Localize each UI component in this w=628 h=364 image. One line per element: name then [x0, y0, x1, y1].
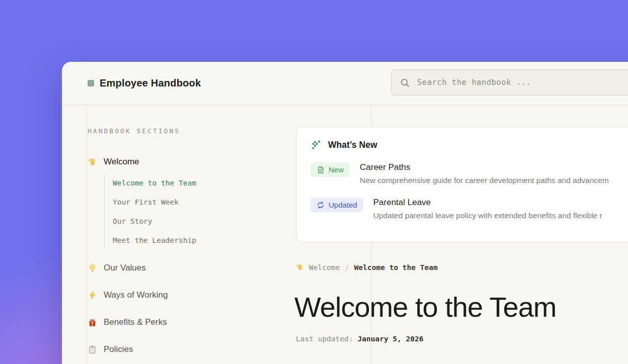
badge-label: New — [329, 165, 344, 174]
last-updated-label: Last updated: — [296, 335, 353, 343]
document-icon — [317, 166, 325, 174]
whats-new-card: What’s New New Career Paths New comprehe… — [296, 127, 628, 242]
item-description: Updated parental leave policy with exten… — [373, 211, 602, 220]
sparkles-icon — [310, 139, 322, 150]
sidebar-subitem-our-story[interactable]: Our Story — [113, 216, 152, 226]
page-title: Welcome to the Team — [294, 291, 557, 323]
breadcrumb-separator: / — [345, 263, 349, 271]
app-title: Employee Handbook — [100, 77, 201, 89]
app-header: Employee Handbook — [62, 62, 628, 105]
app-window: Employee Handbook HANDBOOK SECTIONS — [62, 62, 628, 364]
sidebar-subsection-rule — [104, 174, 105, 247]
sidebar-item-label: Our Values — [104, 263, 146, 273]
whats-new-title: What’s New — [328, 140, 377, 150]
item-title: Parental Leave — [373, 198, 602, 208]
wave-hand-icon — [88, 157, 97, 167]
refresh-icon — [317, 201, 325, 209]
wave-hand-icon — [296, 263, 304, 271]
breadcrumb-section-link[interactable]: Welcome — [309, 263, 340, 271]
logo-square-icon — [88, 80, 94, 86]
last-updated: Last updated:January 5, 2026 — [296, 335, 423, 343]
sidebar-item-label: Benefits & Perks — [104, 317, 167, 327]
sidebar-subitem-meet-the-leadership[interactable]: Meet the Leadership — [113, 235, 196, 245]
sidebar-item-ways-of-working[interactable]: Ways of Working — [88, 288, 168, 302]
sidebar-item-our-values[interactable]: Our Values — [88, 261, 146, 275]
new-badge: New — [310, 162, 350, 177]
item-title: Career Paths — [360, 162, 609, 172]
whats-new-item-parental-leave[interactable]: Updated Parental Leave Updated parental … — [310, 198, 628, 220]
whats-new-item-career-paths[interactable]: New Career Paths New comprehensive guide… — [310, 162, 628, 185]
sidebar-subitem-your-first-week[interactable]: Your First Week — [113, 197, 179, 207]
badge-label: Updated — [329, 201, 357, 209]
whats-new-header: What’s New — [310, 139, 628, 150]
last-updated-value: January 5, 2026 — [358, 335, 424, 343]
breadcrumb: Welcome / Welcome to the Team — [296, 263, 438, 271]
bulb-icon — [88, 263, 97, 273]
sidebar-heading: HANDBOOK SECTIONS — [88, 127, 180, 135]
sidebar-subitem-welcome-to-the-team[interactable]: Welcome to the Team — [113, 178, 196, 188]
sidebar-item-welcome[interactable]: Welcome — [88, 155, 139, 169]
sidebar-item-label: Policies — [104, 344, 133, 354]
gift-icon — [88, 318, 97, 327]
sidebar-item-label: Welcome — [104, 157, 139, 167]
search-box[interactable] — [391, 69, 628, 96]
sidebar-item-policies[interactable]: Policies — [88, 342, 133, 356]
updated-badge: Updated — [310, 198, 363, 212]
search-input[interactable] — [416, 77, 628, 87]
bolt-icon — [88, 291, 97, 300]
search-icon — [400, 78, 410, 87]
breadcrumb-current-page: Welcome to the Team — [354, 263, 438, 271]
sidebar-item-benefits-perks[interactable]: Benefits & Perks — [88, 315, 167, 329]
item-description: New comprehensive guide for career devel… — [360, 176, 609, 185]
brand: Employee Handbook — [88, 62, 201, 105]
clipboard-icon — [88, 345, 97, 354]
grid-rule-left — [87, 105, 87, 364]
sidebar-item-label: Ways of Working — [104, 290, 168, 300]
